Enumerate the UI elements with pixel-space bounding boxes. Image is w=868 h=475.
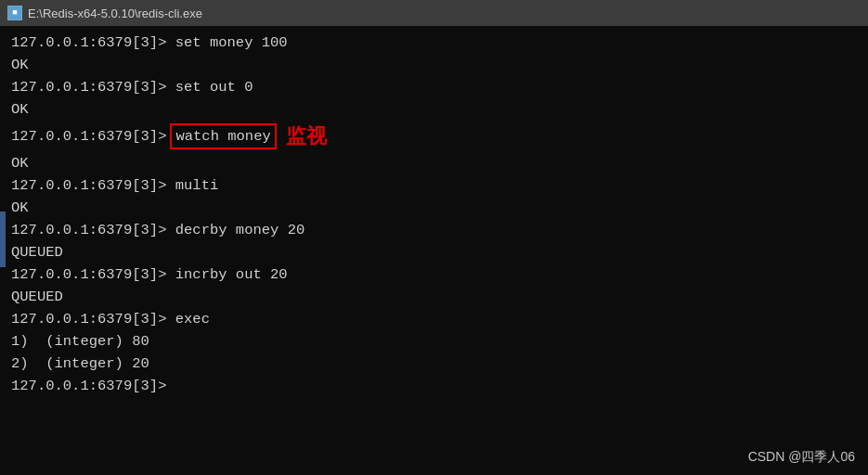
terminal-line-final: 127.0.0.1:6379[3]> [11,375,857,397]
cmd-5: incrby out 20 [175,263,288,286]
prompt-6: 127.0.0.1:6379[3]> [11,308,175,330]
terminal-response-4: QUEUED [11,241,857,263]
prompt-final: 127.0.0.1:6379[3]> [11,375,175,397]
annotation-jianshi: 监视 [286,121,327,152]
terminal-line-2: 127.0.0.1:6379[3]> set out 0 [11,76,857,98]
title-bar: ■ E:\Redis-x64-5.0.10\redis-cli.exe [0,0,868,26]
title-bar-path: E:\Redis-x64-5.0.10\redis-cli.exe [28,6,202,20]
watermark: CSDN @四季人06 [748,449,855,466]
terminal-response-watch: OK [11,152,857,174]
response-2: OK [11,98,29,121]
left-bar [0,212,6,267]
response-1: OK [11,54,29,76]
terminal-line-4: 127.0.0.1:6379[3]> decrby money 20 [11,219,857,241]
cmd-3: multi [175,174,219,197]
terminal-line-1: 127.0.0.1:6379[3]> set money 100 [11,32,857,54]
terminal-response-5: QUEUED [11,286,857,308]
watch-command-box: watch money [170,123,276,149]
prompt-1: 127.0.0.1:6379[3]> [11,32,175,54]
response-3: OK [11,197,29,219]
terminal-response-2: OK [11,98,857,121]
cmd-6: exec [175,308,210,330]
prompt-watch: 127.0.0.1:6379[3]> [11,125,166,148]
terminal-line-5: 127.0.0.1:6379[3]> incrby out 20 [11,263,857,286]
cmd-2: set out 0 [175,76,253,98]
response-5: QUEUED [11,286,63,308]
cmd-1: set money 100 [175,32,288,54]
terminal-response-3: OK [11,197,857,219]
response-6b: 2) (integer) 20 [11,353,149,375]
prompt-2: 127.0.0.1:6379[3]> [11,76,175,98]
prompt-3: 127.0.0.1:6379[3]> [11,174,175,197]
terminal-response-6a: 1) (integer) 80 [11,330,857,353]
cmd-4: decrby money 20 [175,219,305,241]
response-4: QUEUED [11,241,63,263]
terminal-response-6b: 2) (integer) 20 [11,353,857,375]
response-watch: OK [11,152,29,174]
terminal-line-watch: 127.0.0.1:6379[3]> watch money 监视 [11,121,857,152]
terminal-body[interactable]: 127.0.0.1:6379[3]> set money 100 OK 127.… [0,26,868,475]
title-bar-icon: ■ [7,6,22,20]
terminal-line-3: 127.0.0.1:6379[3]> multi [11,174,857,197]
terminal-line-6: 127.0.0.1:6379[3]> exec [11,308,857,330]
prompt-4: 127.0.0.1:6379[3]> [11,219,175,241]
response-6a: 1) (integer) 80 [11,330,149,353]
terminal-response-1: OK [11,54,857,76]
prompt-5: 127.0.0.1:6379[3]> [11,263,175,286]
